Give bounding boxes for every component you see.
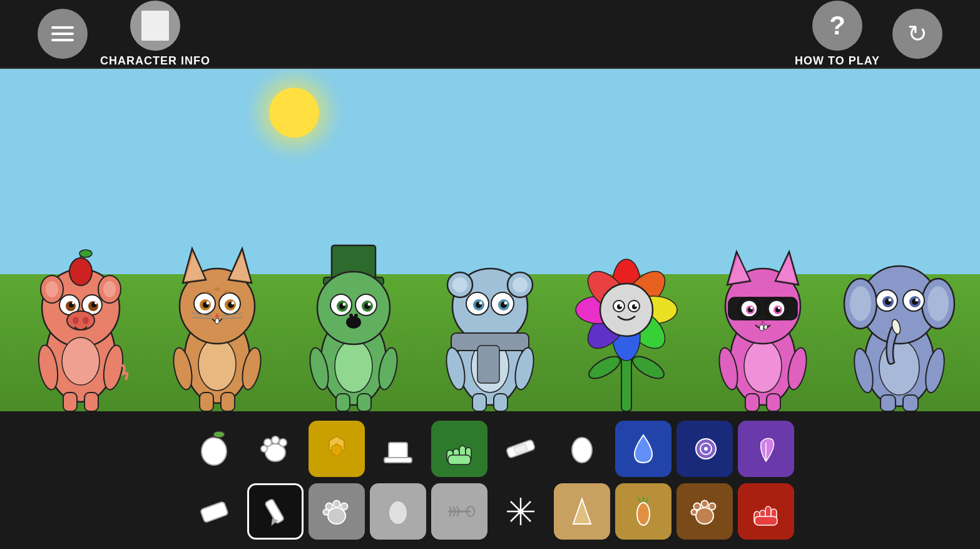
tool-paw-brown[interactable] [676, 483, 733, 540]
cat-character[interactable] [161, 211, 273, 411]
tool-snowflake[interactable] [493, 483, 549, 540]
bear-character[interactable] [434, 211, 546, 411]
svg-point-105 [600, 284, 653, 336]
svg-point-179 [704, 447, 708, 451]
character-info-button[interactable]: CHARACTER INFO [100, 1, 210, 68]
tool-paw[interactable] [247, 421, 304, 477]
tool-paw-gray[interactable] [309, 483, 365, 540]
tool-pencil[interactable] [247, 483, 304, 540]
svg-point-57 [317, 272, 390, 344]
svg-point-163 [279, 439, 287, 446]
left-buttons: CHARACTER INFO [38, 1, 210, 68]
tool-fishbone[interactable] [431, 483, 487, 540]
elephant-character[interactable] [843, 211, 956, 411]
how-to-play-label: HOW TO PLAY [795, 54, 880, 68]
svg-point-48 [223, 290, 230, 294]
svg-rect-89 [477, 346, 499, 383]
svg-point-56 [335, 340, 372, 393]
tool-feather[interactable] [738, 421, 794, 477]
svg-point-151 [916, 299, 919, 302]
pig-character[interactable] [24, 211, 137, 411]
svg-marker-166 [332, 444, 342, 456]
tool-bandage[interactable] [493, 421, 549, 477]
svg-rect-135 [745, 394, 759, 411]
svg-rect-93 [494, 394, 508, 411]
svg-rect-71 [336, 394, 350, 411]
svg-point-17 [67, 311, 94, 330]
svg-point-143 [927, 286, 949, 321]
tool-eraser-white[interactable] [186, 483, 242, 540]
character-info-label: CHARACTER INFO [100, 54, 210, 68]
tool-green-hand[interactable] [431, 421, 487, 477]
hamburger-icon [51, 26, 74, 41]
tool-snail[interactable] [676, 421, 733, 477]
svg-point-96 [630, 352, 667, 383]
svg-point-113 [744, 340, 782, 393]
svg-point-211 [709, 503, 716, 510]
svg-point-188 [324, 510, 329, 515]
svg-point-162 [272, 436, 279, 444]
tool-egg-gray[interactable] [370, 483, 426, 540]
svg-point-176 [572, 438, 592, 463]
top-bar: CHARACTER INFO ? HOW TO PLAY ↻ [0, 0, 980, 69]
tool-horn[interactable] [554, 483, 610, 540]
toolbar [0, 411, 980, 549]
svg-point-26 [198, 338, 236, 391]
svg-point-46 [205, 290, 211, 294]
svg-rect-181 [200, 501, 228, 523]
svg-point-157 [202, 438, 227, 465]
svg-point-16 [94, 302, 97, 304]
frog-character[interactable] [297, 211, 410, 411]
svg-rect-52 [221, 393, 235, 411]
characters-container [0, 69, 980, 411]
svg-point-189 [389, 501, 407, 525]
svg-point-24 [62, 337, 100, 385]
svg-point-150 [889, 299, 892, 302]
svg-point-4 [79, 250, 92, 257]
svg-point-2 [69, 258, 92, 285]
svg-point-186 [334, 501, 340, 508]
svg-point-129 [778, 307, 780, 309]
svg-rect-92 [472, 394, 486, 411]
svg-rect-168 [384, 458, 412, 463]
svg-point-8 [103, 281, 116, 297]
svg-point-68 [346, 316, 361, 329]
svg-rect-51 [200, 393, 213, 411]
how-to-play-button[interactable]: ? HOW TO PLAY [795, 1, 880, 68]
svg-point-138 [879, 340, 919, 395]
tool-seed[interactable] [554, 421, 610, 477]
svg-point-159 [213, 431, 225, 438]
tool-honeycomb[interactable] [309, 421, 365, 477]
svg-point-19 [83, 317, 89, 324]
tool-water-drop[interactable] [615, 421, 671, 477]
svg-rect-23 [84, 393, 98, 411]
svg-rect-156 [903, 395, 918, 411]
svg-point-111 [635, 304, 637, 307]
svg-rect-136 [767, 394, 780, 411]
svg-rect-155 [880, 395, 896, 411]
flower-character[interactable] [570, 211, 683, 411]
svg-point-212 [692, 510, 697, 515]
svg-point-6 [46, 281, 58, 297]
toolbar-row-2 [186, 483, 794, 540]
tool-hat[interactable] [370, 421, 426, 477]
tool-hand-red[interactable] [738, 483, 794, 540]
svg-rect-22 [63, 393, 77, 411]
book-icon [141, 11, 169, 41]
reset-button[interactable]: ↻ [892, 9, 942, 59]
svg-point-128 [750, 307, 753, 309]
bandit-cat-character[interactable] [707, 211, 819, 411]
svg-point-202 [518, 509, 523, 514]
tool-apple[interactable] [186, 421, 242, 477]
svg-rect-131 [760, 325, 763, 331]
tool-carrot[interactable] [615, 483, 671, 540]
menu-button[interactable] [38, 9, 88, 59]
svg-point-141 [850, 286, 871, 321]
svg-point-65 [368, 303, 371, 306]
svg-rect-41 [215, 319, 219, 324]
svg-point-87 [504, 302, 508, 305]
svg-rect-132 [764, 325, 767, 329]
svg-point-204 [637, 503, 650, 525]
svg-rect-173 [448, 455, 471, 464]
svg-point-110 [620, 304, 622, 307]
